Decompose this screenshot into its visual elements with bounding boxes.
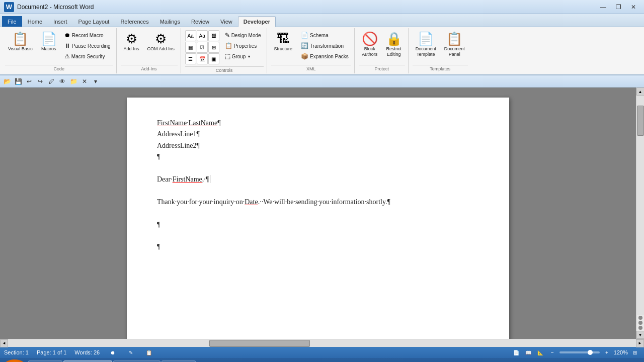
doc-line-4: ¶ xyxy=(157,151,479,162)
title-bar-controls[interactable]: — ❐ ✕ xyxy=(597,3,640,12)
tab-mailings[interactable]: Mailings xyxy=(154,16,186,27)
design-mode-label: Design Mode xyxy=(231,33,261,38)
scroll-dot-1[interactable] xyxy=(638,316,642,320)
expansion-packs-label: Expansion Packs xyxy=(310,54,349,59)
qa-undo-button[interactable]: ↩ xyxy=(24,77,34,86)
scroll-track[interactable] xyxy=(637,96,644,315)
status-track-btn[interactable]: 📋 xyxy=(144,348,154,356)
qa-cancel-btn[interactable]: ✕ xyxy=(79,77,90,86)
tab-home[interactable]: Home xyxy=(22,16,48,27)
document-page[interactable]: FirstName·LastName¶ AddressLine1¶ Addres… xyxy=(127,98,509,339)
document-content[interactable]: FirstName·LastName¶ AddressLine1¶ Addres… xyxy=(157,118,479,253)
block-authors-button[interactable]: 🚫 BlockAuthors xyxy=(359,30,381,59)
scroll-up-arrow[interactable]: ▲ xyxy=(636,87,645,96)
close-button[interactable]: ✕ xyxy=(627,3,640,12)
document-template-button[interactable]: 📄 DocumentTemplate xyxy=(413,30,439,59)
restrict-editing-button[interactable]: 🔒 RestrictEditing xyxy=(383,30,405,59)
zoom-in-btn[interactable]: + xyxy=(602,348,612,356)
qa-save-button[interactable]: 💾 xyxy=(13,77,23,86)
minimize-button[interactable]: — xyxy=(597,3,610,12)
status-review-btn[interactable]: ✎ xyxy=(126,348,136,356)
design-mode-button[interactable]: ✎ Design Mode xyxy=(222,30,264,40)
ctrl-img-btn[interactable]: 🖼 xyxy=(208,30,219,41)
zoom-out-btn[interactable]: − xyxy=(547,348,557,356)
xml-group-content: 🏗 Structure 📄 Schema 🔄 Transformation 📦 … xyxy=(271,29,351,64)
title-bar: W Document2 - Microsoft Word — ❐ ✕ xyxy=(0,0,644,14)
doc-line-5 xyxy=(157,163,479,174)
ctrl-aa-btn[interactable]: Aa xyxy=(197,30,208,41)
ctrl-list-btn[interactable]: ☰ xyxy=(185,53,196,64)
scroll-left-arrow[interactable]: ◄ xyxy=(0,339,8,347)
ctrl-combo-btn[interactable]: ▦ xyxy=(185,42,196,53)
record-macro-label: Record Macro xyxy=(72,33,104,38)
zoom-thumb[interactable] xyxy=(588,350,593,355)
restore-button[interactable]: ❐ xyxy=(612,3,625,12)
qa-folder-btn[interactable]: 📁 xyxy=(68,77,78,86)
ctrl-Aa-btn[interactable]: Aa xyxy=(185,30,196,41)
tab-developer[interactable]: Developer xyxy=(238,16,276,27)
document-scroll-area[interactable]: FirstName·LastName¶ AddressLine1¶ Addres… xyxy=(0,87,636,339)
macros-button[interactable]: 📄 Macros xyxy=(38,30,60,54)
tab-view[interactable]: View xyxy=(215,16,238,27)
add-ins-button[interactable]: ⚙ Add-Ins xyxy=(121,30,142,54)
xml-actions-col: 📄 Schema 🔄 Transformation 📦 Expansion Pa… xyxy=(298,30,351,61)
block-authors-label: BlockAuthors xyxy=(362,46,377,57)
group-button[interactable]: ⬚ Group xyxy=(222,51,264,61)
view-normal-btn[interactable]: 📄 xyxy=(511,348,521,356)
tab-file[interactable]: File xyxy=(2,16,22,27)
qa-redo-button[interactable]: ↪ xyxy=(35,77,45,86)
ctrl-more-btn[interactable]: ⊞ xyxy=(208,42,219,53)
document-panel-button[interactable]: 📋 DocumentPanel xyxy=(441,30,468,59)
scroll-right-arrow[interactable]: ► xyxy=(636,339,644,347)
visual-basic-label: Visual Basic xyxy=(8,46,33,52)
right-scrollbar[interactable]: ▲ ▼ xyxy=(636,87,644,339)
ribbon-group-protect: 🚫 BlockAuthors 🔒 RestrictEditing Protect xyxy=(356,28,409,73)
record-icon: ⏺ xyxy=(64,32,70,39)
tab-page-layout[interactable]: Page Layout xyxy=(73,16,115,27)
ctrl-block-btn[interactable]: ▣ xyxy=(208,53,219,64)
qa-view-btn[interactable]: 👁 xyxy=(57,77,67,86)
scroll-thumb[interactable] xyxy=(637,106,644,136)
fit-btn[interactable]: ⊞ xyxy=(630,348,640,356)
document-panel-label: DocumentPanel xyxy=(444,46,465,57)
h-scroll-track[interactable] xyxy=(8,340,636,347)
templates-group-label: Templates xyxy=(413,65,468,72)
transformation-icon: 🔄 xyxy=(301,42,308,49)
expansion-packs-icon: 📦 xyxy=(301,53,308,60)
qa-open-button[interactable]: 📂 xyxy=(2,77,12,86)
schema-icon: 📄 xyxy=(301,32,308,39)
schema-button[interactable]: 📄 Schema xyxy=(298,30,351,40)
structure-button[interactable]: 🏗 Structure xyxy=(271,30,296,54)
ribbon-tabs: File Home Insert Page Layout References … xyxy=(0,14,644,27)
ctrl-check-btn[interactable]: ☑ xyxy=(197,42,208,53)
record-macro-button[interactable]: ⏺ Record Macro xyxy=(62,30,113,40)
tab-review[interactable]: Review xyxy=(186,16,215,27)
qa-format-btn[interactable]: 🖊 xyxy=(46,77,56,86)
view-layout-btn[interactable]: 📐 xyxy=(535,348,545,356)
scroll-dot-3[interactable] xyxy=(638,326,642,330)
scroll-down-arrow[interactable]: ▼ xyxy=(636,331,645,339)
ctrl-date-btn[interactable]: 📅 xyxy=(197,53,208,64)
transformation-button[interactable]: 🔄 Transformation xyxy=(298,41,351,51)
doc-line-2: AddressLine1¶ xyxy=(157,129,479,140)
qa-arrow-down[interactable]: ▾ xyxy=(91,77,101,86)
expansion-packs-button[interactable]: 📦 Expansion Packs xyxy=(298,51,351,61)
tab-references[interactable]: References xyxy=(115,16,154,27)
h-scroll-thumb[interactable] xyxy=(209,340,310,347)
scroll-dot-2[interactable] xyxy=(638,321,642,325)
document-area: FirstName·LastName¶ AddressLine1¶ Addres… xyxy=(0,87,644,339)
pause-recording-button[interactable]: ⏸ Pause Recording xyxy=(62,41,113,51)
start-button[interactable]: ⊙ xyxy=(2,359,27,362)
zoom-slider[interactable] xyxy=(559,351,600,353)
visual-basic-button[interactable]: 📋 Visual Basic xyxy=(5,30,36,54)
view-reading-btn[interactable]: 📖 xyxy=(523,348,533,356)
bottom-scrollbar[interactable]: ◄ ► xyxy=(0,339,644,347)
com-add-ins-button[interactable]: ⚙ COM Add-Ins xyxy=(144,30,178,54)
macro-security-button[interactable]: ⚠ Macro Security xyxy=(62,51,113,61)
status-record-btn[interactable]: ⏺ xyxy=(108,348,118,356)
properties-button[interactable]: 📋 Properties xyxy=(222,41,264,51)
status-page: Page: 1 of 1 xyxy=(37,349,66,355)
zoom-level: 120% xyxy=(614,349,628,355)
tab-insert[interactable]: Insert xyxy=(48,16,73,27)
controls-actions-col: ✎ Design Mode 📋 Properties ⬚ Group xyxy=(222,30,264,61)
